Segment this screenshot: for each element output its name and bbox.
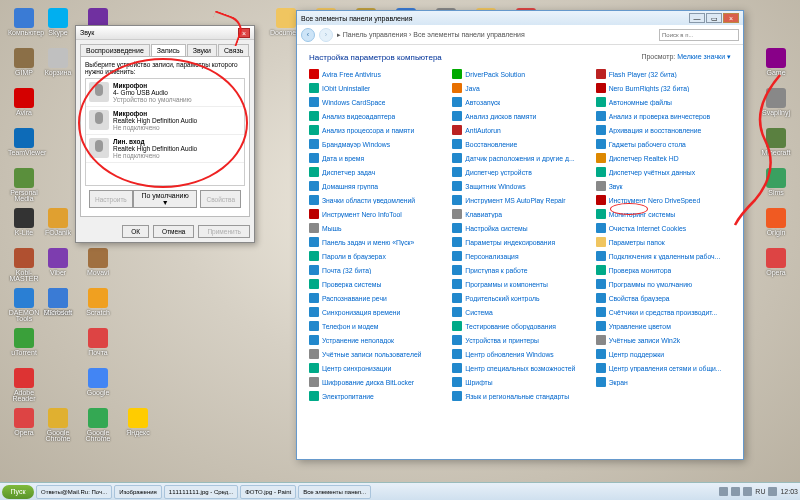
cp-item[interactable]: Анализ видеоадаптера — [309, 110, 444, 122]
cp-item[interactable]: Настройка системы — [452, 222, 587, 234]
cp-item[interactable]: Центр обновления Windows — [452, 348, 587, 360]
close-icon[interactable]: × — [238, 28, 250, 38]
cp-item[interactable]: Приступая к работе — [452, 264, 587, 276]
sound-tab[interactable]: Связь — [218, 44, 249, 56]
cp-item[interactable]: Очистка Internet Cookies — [596, 222, 731, 234]
cp-item[interactable]: Шрифты — [452, 376, 587, 388]
sound-tab[interactable]: Воспроизведение — [80, 44, 150, 56]
cp-item[interactable]: Экран — [596, 376, 731, 388]
cp-item[interactable]: Проверка монитора — [596, 264, 731, 276]
cp-item[interactable]: Система — [452, 306, 587, 318]
cp-item[interactable]: Мониторинг системы — [596, 208, 731, 220]
desktop-icon[interactable]: FOJanik — [42, 208, 74, 240]
desktop-icon[interactable]: GIMP — [8, 48, 40, 80]
cp-item[interactable]: Устранение неполадок — [309, 334, 444, 346]
cancel-button[interactable]: Отмена — [153, 225, 194, 238]
cp-item[interactable]: Устройства и принтеры — [452, 334, 587, 346]
cp-item[interactable]: Параметры индексирования — [452, 236, 587, 248]
forward-button[interactable]: › — [319, 28, 333, 42]
cp-item[interactable]: Учётные записи Win2k — [596, 334, 731, 346]
back-button[interactable]: ‹ — [301, 28, 315, 42]
cp-item[interactable]: Брандмауэр Windows — [309, 138, 444, 150]
cp-item[interactable]: Windows CardSpace — [309, 96, 444, 108]
cp-item[interactable]: Пароли в браузерах — [309, 250, 444, 262]
desktop-icon[interactable]: Avira — [8, 88, 40, 120]
cp-item[interactable]: Учётные записи пользователей — [309, 348, 444, 360]
cp-item[interactable]: Родительский контроль — [452, 292, 587, 304]
cp-item[interactable]: Диспетчер учётных данных — [596, 166, 731, 178]
desktop-icon[interactable]: Google Chrome — [82, 408, 114, 440]
close-button[interactable]: × — [723, 13, 739, 23]
cp-item[interactable]: Звук — [596, 180, 731, 192]
cp-item[interactable]: Управление цветом — [596, 320, 731, 332]
breadcrumb[interactable]: ▸ Панель управления › Все элементы панел… — [337, 31, 655, 39]
desktop-icon[interactable]: DAEMON Tools — [8, 288, 40, 320]
desktop-icon[interactable]: Game — [760, 48, 792, 80]
cp-item[interactable]: Java — [452, 82, 587, 94]
cp-item[interactable]: DriverPack Solution — [452, 68, 587, 80]
desktop-icon[interactable]: Почта — [82, 328, 114, 360]
cp-item[interactable]: Проверка системы — [309, 278, 444, 290]
cp-item[interactable]: Электропитание — [309, 390, 444, 402]
cp-item[interactable]: Диспетчер задач — [309, 166, 444, 178]
cp-item[interactable]: Домашняя группа — [309, 180, 444, 192]
ok-button[interactable]: ОК — [122, 225, 149, 238]
cp-item[interactable]: Восстановление — [452, 138, 587, 150]
tray-icon[interactable] — [743, 487, 752, 496]
device-list[interactable]: Микрофон4- Gmo USB AudioУстройство по ум… — [85, 78, 245, 186]
cp-item[interactable]: Персонализация — [452, 250, 587, 262]
cp-item[interactable]: Диспетчер Realtek HD — [596, 152, 731, 164]
cp-item[interactable]: Диспетчер устройств — [452, 166, 587, 178]
cp-item[interactable]: Инструмент MS AutoPlay Repair — [452, 194, 587, 206]
cp-item[interactable]: Автозапуск — [452, 96, 587, 108]
language-indicator[interactable]: RU — [755, 488, 765, 495]
desktop-icon[interactable]: Opera — [8, 408, 40, 440]
desktop-icon[interactable]: K-Lite — [8, 208, 40, 240]
cp-item[interactable]: Архивация и восстановление — [596, 124, 731, 136]
cp-titlebar[interactable]: Все элементы панели управления — ▭ × — [297, 11, 743, 25]
cp-item[interactable]: Значки области уведомлений — [309, 194, 444, 206]
configure-button[interactable]: Настроить — [89, 190, 133, 208]
taskbar-button[interactable]: ФОТО.jpg - Paint — [240, 485, 296, 499]
cp-item[interactable]: AntiAutorun — [452, 124, 587, 136]
cp-item[interactable]: Клавиатура — [452, 208, 587, 220]
cp-item[interactable]: Телефон и модем — [309, 320, 444, 332]
desktop-icon[interactable]: Microsoft — [42, 288, 74, 320]
system-tray[interactable]: RU 12:03 — [719, 487, 798, 496]
search-input[interactable] — [659, 29, 739, 41]
desktop-icon[interactable]: Svapilnyj — [760, 88, 792, 120]
view-selector[interactable]: Просмотр: Мелкие значки ▾ — [641, 53, 731, 62]
cp-item[interactable]: Программы и компоненты — [452, 278, 587, 290]
desktop-icon[interactable]: Компьютер — [8, 8, 40, 40]
sound-dialog-titlebar[interactable]: Звук × — [76, 26, 254, 40]
cp-item[interactable]: Анализ и проверка винчестеров — [596, 110, 731, 122]
desktop-icon[interactable]: Movavi — [82, 248, 114, 280]
cp-item[interactable]: Почта (32 бита) — [309, 264, 444, 276]
desktop-icon[interactable]: Opera — [760, 248, 792, 280]
clock[interactable]: 12:03 — [780, 488, 798, 495]
audio-device[interactable]: Микрофон4- Gmo USB AudioУстройство по ум… — [86, 79, 244, 107]
desktop-icon[interactable]: Personal Media — [8, 168, 40, 200]
apply-button[interactable]: Применить — [198, 225, 250, 238]
desktop-icon[interactable]: Корзина — [42, 48, 74, 80]
cp-item[interactable]: Датчик расположения и другие д... — [452, 152, 587, 164]
desktop-icon[interactable]: Adobe Reader — [8, 368, 40, 400]
desktop-icon[interactable]: Kobi-MASTER — [8, 248, 40, 280]
sound-tab[interactable]: Запись — [151, 44, 186, 56]
desktop-icon[interactable]: Google — [82, 368, 114, 400]
default-button[interactable]: По умолчанию ▼ — [133, 190, 198, 208]
cp-item[interactable]: Распознавание речи — [309, 292, 444, 304]
taskbar-button[interactable]: Все элементы панел... — [298, 485, 371, 499]
cp-item[interactable]: Flash Player (32 бита) — [596, 68, 731, 80]
minimize-button[interactable]: — — [689, 13, 705, 23]
cp-item[interactable]: Автономные файлы — [596, 96, 731, 108]
cp-item[interactable]: Тестирование оборудования — [452, 320, 587, 332]
cp-item[interactable]: Центр синхронизации — [309, 362, 444, 374]
sound-tab[interactable]: Звуки — [187, 44, 217, 56]
cp-item[interactable]: Параметры папок — [596, 236, 731, 248]
desktop-icon[interactable]: Sims — [760, 168, 792, 200]
cp-item[interactable]: Программы по умолчанию — [596, 278, 731, 290]
cp-item[interactable]: Инструмент Nero DriveSpeed — [596, 194, 731, 206]
cp-item[interactable]: Панель задач и меню «Пуск» — [309, 236, 444, 248]
cp-item[interactable]: Avira Free Antivirus — [309, 68, 444, 80]
